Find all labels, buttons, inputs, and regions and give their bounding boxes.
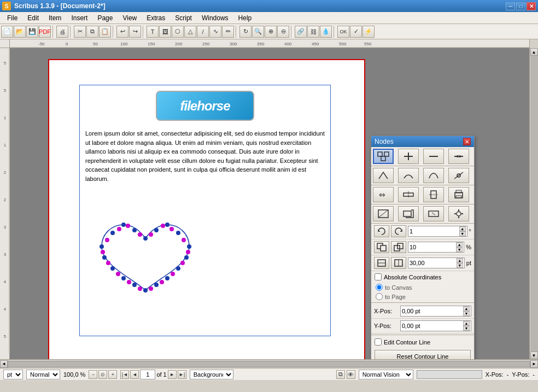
tb-save[interactable]: 💾 [26, 26, 38, 38]
close-button[interactable]: ✕ [527, 2, 536, 10]
tb-link[interactable]: 🔗 [295, 26, 307, 38]
nodes-btn-align-h[interactable] [398, 187, 419, 202]
page-number-input[interactable] [140, 370, 155, 379]
nodes-btn-scale-frame[interactable] [373, 206, 394, 221]
scroll-track-h[interactable] [8, 361, 530, 367]
tb-open[interactable]: 📂 [14, 26, 26, 38]
menu-help[interactable]: Help [233, 13, 257, 24]
tb-paste[interactable]: 📋 [99, 26, 111, 38]
tb-line[interactable]: / [197, 26, 209, 38]
menu-file[interactable]: File [2, 13, 22, 24]
rotation-input[interactable] [410, 228, 458, 235]
menu-item[interactable]: Item [44, 13, 66, 24]
zoom-in-btn[interactable]: + [108, 370, 117, 379]
size-btn2[interactable] [391, 257, 406, 269]
nodes-btn-align-v[interactable] [423, 187, 444, 202]
tb-check[interactable]: ✓ [350, 26, 362, 38]
rotation-up[interactable]: ▲ [459, 226, 466, 231]
scroll-up-button[interactable]: ▲ [530, 48, 538, 56]
scale-input[interactable] [410, 244, 455, 250]
nodes-btn-scale-content[interactable] [398, 206, 419, 221]
scale-smaller-btn[interactable] [374, 241, 389, 253]
rotation-down[interactable]: ▼ [459, 231, 466, 236]
nodes-header[interactable]: Nodes ✕ [371, 136, 474, 147]
status-icon-1[interactable]: ⧉ [336, 370, 345, 379]
to-canvas-radio[interactable] [376, 284, 383, 291]
size-btn1[interactable] [374, 257, 389, 269]
size-input[interactable] [410, 260, 455, 266]
nodes-btn-add[interactable] [398, 149, 419, 164]
zoom-fit-btn[interactable]: ⊙ [98, 370, 107, 379]
xpos-spinbox[interactable]: ▲ ▼ [400, 306, 471, 317]
tb-ok[interactable]: OK [337, 26, 349, 38]
nodes-btn-select[interactable] [373, 149, 394, 164]
tb-zoom-out[interactable]: ⊖ [277, 26, 289, 38]
zoom-out-btn[interactable]: − [89, 370, 97, 379]
next-page-btn[interactable]: ► [168, 370, 177, 379]
ypos-down[interactable]: ▼ [463, 326, 470, 331]
ypos-input[interactable] [402, 323, 462, 329]
tb-cut[interactable]: ✂ [74, 26, 86, 38]
nodes-btn-smooth[interactable] [398, 168, 419, 183]
tb-freehand[interactable]: ✏ [222, 26, 234, 38]
tb-zoom[interactable]: 🔍 [252, 26, 264, 38]
minimize-button[interactable]: ─ [506, 2, 515, 10]
xpos-down[interactable]: ▼ [463, 311, 470, 316]
prev-page-btn[interactable]: ◄ [130, 370, 139, 379]
unit-select[interactable]: pt [3, 370, 23, 379]
vision-select[interactable]: Normal Vision [359, 370, 413, 379]
nodes-close-button[interactable]: ✕ [463, 138, 471, 145]
scale-down[interactable]: ▼ [456, 247, 463, 252]
canvas-scroll[interactable]: filehorse Lorem ipsum dolor sit amet, co… [10, 48, 529, 359]
last-page-btn[interactable]: ►| [178, 370, 186, 379]
scale-spinbox[interactable]: ▲ ▼ [408, 242, 464, 253]
size-up[interactable]: ▲ [457, 258, 463, 263]
rotation-spinbox[interactable]: ▲ ▼ [408, 226, 467, 237]
menu-insert[interactable]: Insert [66, 13, 92, 24]
tb-print[interactable]: 🖨 [56, 26, 68, 38]
scroll-left-button[interactable]: ◄ [0, 360, 8, 368]
absolute-coords-checkbox[interactable] [375, 273, 382, 280]
tb-polygon[interactable]: △ [184, 26, 196, 38]
nodes-btn-break[interactable] [448, 149, 469, 164]
status-icon-2[interactable]: 👁 [347, 370, 355, 379]
tb-image-frame[interactable]: 🖼 [159, 26, 171, 38]
menu-script[interactable]: Script [170, 13, 197, 24]
to-page-radio[interactable] [376, 293, 383, 300]
scale-larger-btn[interactable] [391, 241, 406, 253]
xpos-up[interactable]: ▲ [463, 306, 470, 311]
tb-new[interactable]: 📄 [1, 26, 13, 38]
tb-text-frame[interactable]: T [147, 26, 159, 38]
rotate-cw-btn[interactable] [391, 225, 406, 237]
size-spinbox[interactable]: ▲ ▼ [408, 258, 465, 268]
ypos-up[interactable]: ▲ [463, 321, 470, 326]
scroll-track-v[interactable] [530, 56, 538, 352]
tb-undo[interactable]: ↩ [116, 26, 128, 38]
nodes-btn-remove[interactable] [423, 149, 444, 164]
menu-page[interactable]: Page [92, 13, 118, 24]
tb-shape[interactable]: ⬡ [172, 26, 184, 38]
tb-redo[interactable]: ↪ [129, 26, 141, 38]
menu-extras[interactable]: Extras [142, 13, 170, 24]
layer-select[interactable]: Background [190, 370, 233, 379]
ypos-spinbox[interactable]: ▲ ▼ [400, 320, 471, 331]
rotate-ccw-btn[interactable] [374, 225, 389, 237]
tb-rotate[interactable]: ↻ [239, 26, 252, 38]
tb-bezier[interactable]: ∿ [209, 26, 221, 38]
scroll-right-button[interactable]: ► [530, 360, 538, 368]
nodes-btn-move-handles[interactable]: ⇔ [373, 187, 394, 202]
tb-copy[interactable]: ⧉ [86, 26, 98, 38]
nodes-btn-tangent[interactable] [448, 168, 469, 183]
menu-edit[interactable]: Edit [22, 13, 44, 24]
scroll-down-button[interactable]: ▼ [530, 352, 538, 359]
tb-pdf[interactable]: PDF [39, 26, 51, 38]
nodes-btn-corner[interactable] [373, 168, 394, 183]
menu-windows[interactable]: Windows [197, 13, 233, 24]
size-down[interactable]: ▼ [457, 263, 463, 268]
nodes-btn-print[interactable] [448, 187, 469, 202]
tb-eye-dropper[interactable]: 💧 [320, 26, 332, 38]
menu-view[interactable]: View [118, 13, 142, 24]
nodes-btn-symmetric[interactable] [423, 168, 444, 183]
tb-preflight[interactable]: ⚡ [362, 26, 375, 38]
tb-zoom-in[interactable]: ⊕ [265, 26, 277, 38]
